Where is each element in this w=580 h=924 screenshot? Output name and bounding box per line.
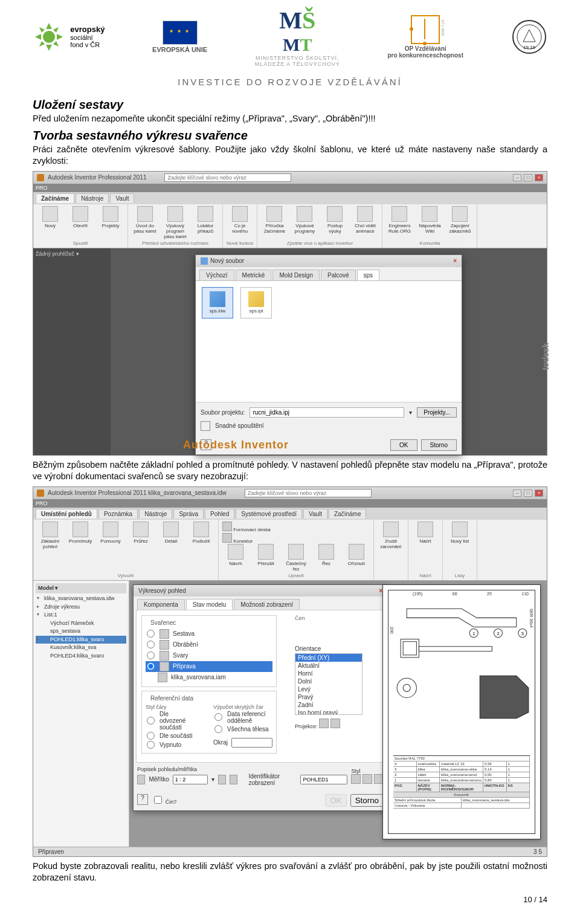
calc-opt2[interactable]: Všechna tělesa (213, 725, 272, 734)
btn-oriznuti[interactable]: Oříznutí (343, 544, 370, 566)
dlgtab-metricke[interactable]: Metrické (236, 270, 272, 280)
btn-projekty[interactable]: Projekty (97, 206, 124, 228)
btn-zakladni[interactable]: Základní pohled (37, 522, 63, 549)
tab2-pohled[interactable]: Pohled (205, 509, 234, 519)
orient-aktualni[interactable]: Aktuální (295, 662, 362, 670)
btn-cojeho[interactable]: Co je nového (227, 206, 253, 234)
tab2-poznamka[interactable]: Poznámka (98, 509, 138, 519)
dlgtab-mold[interactable]: Mold Design (272, 270, 320, 280)
tab-vault[interactable]: Vault (110, 193, 134, 203)
btn-novylist[interactable]: Nový list (446, 522, 473, 544)
dv-ok-button[interactable]: OK (325, 794, 346, 807)
btn-vyukovy[interactable]: Výukový program pásu karet (162, 206, 188, 239)
tree-list1[interactable]: List:1 (36, 611, 126, 619)
btn-zapojeni[interactable]: Zapojení zákazníků (446, 206, 473, 234)
scale-field[interactable] (173, 775, 208, 784)
style-btn2[interactable] (362, 774, 372, 784)
asm-file[interactable]: klika_svarovana.iam (146, 672, 272, 683)
proj-field[interactable] (250, 407, 404, 418)
btn-castecny[interactable]: Částečný řez (283, 544, 309, 572)
orient-levy[interactable]: Levý (295, 685, 362, 693)
btn-novy[interactable]: Nový (37, 206, 63, 228)
btn-formovaci[interactable]: Formovací deska (222, 522, 366, 532)
styl-opt2[interactable]: Dle součásti (146, 731, 195, 740)
dvtab-komponenta[interactable]: Komponenta (137, 599, 185, 610)
dvtab-moznosti[interactable]: Možnosti zobrazení (234, 599, 300, 610)
styl-opt1[interactable]: Dle odvozené součásti (146, 710, 195, 731)
dlgtab-palcove[interactable]: Palcové (321, 270, 356, 280)
tab-zaciname[interactable]: Začínáme (36, 193, 74, 203)
close-button[interactable]: × (535, 174, 543, 181)
scale-dropdown-icon[interactable]: ▾ (211, 776, 214, 783)
cancel-button[interactable]: Storno (421, 439, 457, 451)
okraj-field[interactable]: Okraj (213, 737, 272, 748)
opt-priprava[interactable]: Příprava (146, 661, 272, 672)
ident-field[interactable] (300, 775, 347, 784)
btn-napoveda[interactable]: Nápověda Wiki (416, 206, 443, 234)
tree-pohled1[interactable]: POHLED1:klika_svaro (36, 636, 126, 644)
opt-obrabeni[interactable]: Obrábění (146, 639, 272, 650)
orient-zadni[interactable]: Zadní (295, 701, 362, 709)
dlgtab-sps[interactable]: sps (357, 270, 380, 280)
btn-pomocny[interactable]: Pomocný (97, 522, 124, 544)
btn-prerusit[interactable]: Přerušit (253, 544, 279, 566)
search-input-2[interactable] (245, 489, 372, 497)
template-sps-ipt[interactable]: sps.ipt (240, 287, 272, 318)
opt-svary[interactable]: Svary (146, 650, 272, 661)
proj-dropdown-icon[interactable]: ▾ (409, 409, 412, 416)
proj-btn2[interactable] (330, 719, 340, 728)
edit-icon-2[interactable] (230, 775, 237, 784)
orient-dolni[interactable]: Dolní (295, 677, 362, 685)
btn-prurez[interactable]: Průřez (127, 522, 154, 544)
btn-promitnuty[interactable]: Promítnutý (67, 522, 94, 544)
dv-checkbox[interactable] (154, 796, 162, 804)
maximize-button[interactable]: □ (524, 489, 532, 497)
btn-rez[interactable]: Řez (313, 544, 340, 566)
scale-icon[interactable] (137, 775, 145, 784)
dv-cancel-button[interactable]: Storno (350, 794, 384, 807)
close-button[interactable]: × (535, 489, 543, 497)
styl-opt3[interactable]: Vypnuto (146, 740, 195, 749)
style-btn1[interactable] (351, 774, 361, 784)
tab2-nastroje[interactable]: Nástroje (139, 509, 172, 519)
dialog-close-button[interactable]: × (453, 257, 457, 264)
tree-ramecek[interactable]: Výchozí Rámeček (36, 619, 126, 628)
dv-help-button[interactable]: ? (137, 794, 148, 805)
ok-button[interactable]: OK (390, 439, 417, 451)
minimize-button[interactable]: – (513, 489, 521, 497)
tree-kusovnik[interactable]: Kusovník:klika_sva (36, 644, 126, 652)
btn-nacrt[interactable]: Náčrt (412, 522, 439, 544)
btn-prirucka[interactable]: Příručka Začínáme (261, 206, 288, 234)
btn-podlozit[interactable]: Podložit (188, 522, 214, 544)
calc-opt1[interactable]: Data referencí odděleně (213, 710, 272, 725)
btn-vyukove[interactable]: Výukové programy (291, 206, 318, 234)
btn-engineers[interactable]: Engineers Rule.ORG (386, 206, 413, 234)
opt-sestava[interactable]: Sestava (146, 628, 272, 639)
btn-navrh[interactable]: Návrh (222, 544, 249, 566)
btn-chci[interactable]: Chci vidět animace (352, 206, 378, 234)
tab2-vault[interactable]: Vault (303, 509, 327, 519)
template-sps-idw[interactable]: sps.idw (202, 287, 233, 318)
btn-postup[interactable]: Postup výuky (321, 206, 348, 234)
orient-iso-hp[interactable]: Iso horní pravý (295, 709, 362, 715)
orient-pravy[interactable]: Pravý (295, 693, 362, 701)
tree-sps[interactable]: sps_sestava (36, 627, 126, 636)
tab-nastroje[interactable]: Nástroje (76, 193, 109, 203)
dvtab-stavmodelu[interactable]: Stav modelu (186, 599, 233, 610)
projects-button[interactable]: Projekty... (417, 407, 457, 418)
search-input[interactable] (164, 173, 291, 182)
tab2-sprava[interactable]: Správa (173, 509, 204, 519)
quick-launch-toggle[interactable] (201, 421, 210, 431)
orient-predni[interactable]: Přední (XY) (295, 654, 362, 662)
proj-btn1[interactable] (319, 719, 329, 728)
dlgtab-vychozi[interactable]: Výchozí (199, 270, 234, 280)
btn-detail[interactable]: Detail (158, 522, 184, 544)
btn-zrusit[interactable]: Zrušit zarovnání (378, 522, 404, 549)
edit-icon[interactable] (218, 775, 226, 784)
btn-lokator[interactable]: Lokátor příkazů (192, 206, 219, 234)
browser-title[interactable]: Žádný prohlížeč ▾ (36, 251, 108, 257)
orient-horni[interactable]: Horní (295, 670, 362, 677)
browser-header[interactable]: Model ▾ (36, 583, 126, 594)
tab2-umisteni[interactable]: Umístění pohledů (36, 509, 97, 519)
maximize-button[interactable]: □ (524, 174, 532, 181)
